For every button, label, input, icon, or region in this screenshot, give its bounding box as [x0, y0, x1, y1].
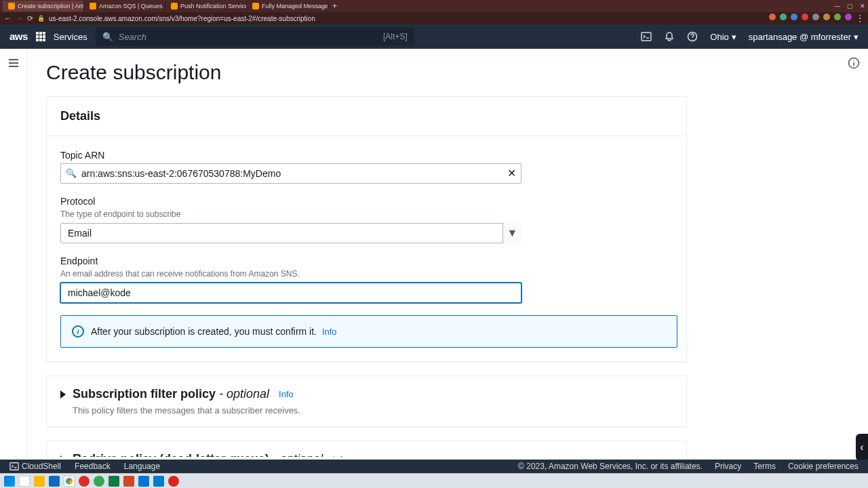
filter-policy-title: Subscription filter policy — [73, 387, 216, 401]
optional-label: - optional — [216, 387, 269, 401]
user-menu[interactable]: spartansage @ mforrester ▾ — [749, 32, 859, 42]
app-icon[interactable] — [94, 476, 104, 487]
extension-icon[interactable] — [802, 14, 808, 20]
info-link[interactable]: Info — [322, 327, 337, 337]
chrome-icon[interactable] — [66, 478, 73, 485]
maximize-icon[interactable]: ▢ — [847, 3, 853, 9]
chevron-right-icon — [60, 390, 66, 399]
redrive-policy-panel: Redrive policy (dead-letter queue) - opt… — [46, 441, 687, 457]
cloudshell-icon[interactable] — [641, 31, 652, 42]
clear-icon[interactable]: ✕ — [507, 167, 516, 180]
close-icon[interactable]: ✕ — [860, 3, 865, 9]
topic-arn-input[interactable] — [60, 163, 521, 184]
extension-icon[interactable] — [780, 14, 787, 20]
window-controls: — ▢ ✕ — [834, 3, 865, 9]
endpoint-desc: An email address that can receive notifi… — [60, 269, 673, 279]
feedback-link[interactable]: Feedback — [75, 462, 111, 471]
browser-tab[interactable]: Create subscription | Amazon S × — [3, 1, 84, 12]
vscode-icon[interactable] — [153, 476, 164, 487]
confirm-info-banner: i After your subscription is created, yo… — [60, 315, 677, 348]
region-selector[interactable]: Ohio ▾ — [710, 32, 736, 42]
extension-icon[interactable] — [834, 14, 841, 20]
search-icon[interactable] — [19, 476, 30, 487]
chevron-down-icon: ▼ — [502, 223, 521, 243]
forward-icon[interactable]: → — [16, 14, 23, 22]
start-icon[interactable] — [4, 476, 15, 487]
file-explorer-icon[interactable] — [34, 476, 45, 487]
svg-rect-3 — [10, 463, 18, 470]
extension-icon[interactable] — [812, 14, 819, 20]
cookie-link[interactable]: Cookie preferences — [788, 462, 859, 471]
search-shortcut: [Alt+S] — [383, 32, 408, 41]
back-icon[interactable]: ← — [4, 14, 12, 22]
search-icon: 🔍 — [66, 168, 77, 178]
info-link[interactable]: Info — [332, 454, 347, 457]
protocol-label: Protocol — [60, 196, 673, 207]
privacy-link[interactable]: Privacy — [715, 462, 741, 471]
aws-logo[interactable]: aws — [9, 30, 28, 43]
address-bar: ← → ⟳ 🔒 us-east-2.console.aws.amazon.com… — [0, 12, 868, 24]
svg-rect-0 — [642, 33, 651, 41]
lock-icon: 🔒 — [37, 15, 45, 22]
optional-label: - optional — [269, 452, 323, 457]
new-tab-button[interactable]: + — [328, 1, 341, 11]
info-panel-icon[interactable] — [848, 57, 860, 72]
endpoint-input[interactable] — [60, 283, 521, 303]
tab-title: Create subscription | Amazon S — [18, 3, 84, 9]
services-link[interactable]: Services — [54, 32, 87, 42]
copyright-text: © 2023, Amazon Web Services, Inc. or its… — [518, 462, 703, 471]
search-input[interactable]: 🔍 Search [Alt+S] — [96, 27, 414, 46]
terms-link[interactable]: Terms — [753, 462, 776, 471]
reload-icon[interactable]: ⟳ — [27, 14, 33, 23]
chevron-right-icon — [60, 455, 66, 458]
chevron-down-icon: ▾ — [854, 32, 859, 42]
language-link[interactable]: Language — [124, 462, 160, 471]
url-text[interactable]: us-east-2.console.aws.amazon.com/sns/v3/… — [49, 15, 765, 22]
aws-header: aws Services 🔍 Search [Alt+S] Ohio ▾ spa… — [0, 24, 868, 49]
edge-icon[interactable] — [49, 476, 60, 487]
windows-taskbar — [0, 473, 868, 488]
tab-favicon — [171, 3, 178, 9]
help-icon[interactable] — [687, 31, 698, 42]
menu-icon[interactable]: ⋮ — [856, 14, 864, 23]
powerpoint-icon[interactable] — [123, 476, 134, 487]
endpoint-label: Endpoint — [60, 256, 673, 266]
filter-policy-toggle[interactable]: Subscription filter policy - optional In… — [60, 387, 673, 401]
info-link[interactable]: Info — [279, 389, 294, 399]
extension-icon[interactable] — [791, 14, 797, 20]
page-title: Create subscription — [46, 61, 868, 84]
extension-icon[interactable] — [845, 14, 852, 20]
panel-header: Details — [47, 97, 686, 136]
tray-icon[interactable] — [853, 476, 864, 487]
tab-favicon — [8, 3, 15, 9]
excel-icon[interactable] — [108, 476, 119, 487]
filter-policy-panel: Subscription filter policy - optional In… — [46, 375, 687, 427]
protocol-select[interactable]: Email ▼ — [60, 223, 521, 243]
sidebar-toggle[interactable] — [0, 49, 27, 457]
minimize-icon[interactable]: — — [834, 3, 840, 9]
app-icon[interactable] — [138, 476, 149, 487]
search-icon: 🔍 — [102, 32, 113, 42]
aws-footer: CloudShell Feedback Language © 2023, Ama… — [0, 460, 868, 473]
tab-title: Amazon SQS | Queues — [99, 3, 162, 9]
browser-tab[interactable]: Amazon SQS | Queues × — [84, 1, 165, 12]
cloudshell-icon[interactable]: CloudShell — [9, 462, 61, 471]
tab-strip: Create subscription | Amazon S × Amazon … — [0, 0, 868, 12]
search-placeholder: Search — [119, 32, 146, 42]
services-grid-icon[interactable] — [36, 32, 45, 41]
app-icon[interactable] — [168, 476, 179, 487]
filter-policy-desc: This policy filters the messages that a … — [73, 405, 673, 415]
browser-chrome: Create subscription | Amazon S × Amazon … — [0, 0, 868, 24]
redrive-policy-toggle[interactable]: Redrive policy (dead-letter queue) - opt… — [60, 452, 673, 457]
topic-arn-label: Topic ARN — [60, 150, 673, 161]
tab-title: Push Notification Service - Am — [180, 3, 247, 9]
extension-icon[interactable] — [769, 14, 776, 20]
side-panel-handle[interactable]: ‹ — [856, 434, 868, 461]
extension-icons: ⋮ — [769, 14, 864, 23]
tab-favicon — [90, 3, 96, 9]
notifications-icon[interactable] — [664, 31, 675, 42]
browser-tab[interactable]: Push Notification Service - Am × — [165, 1, 247, 12]
extension-icon[interactable] — [823, 14, 830, 20]
browser-tab[interactable]: Fully Managed Message Queu × — [247, 1, 328, 12]
app-icon[interactable] — [79, 476, 90, 487]
